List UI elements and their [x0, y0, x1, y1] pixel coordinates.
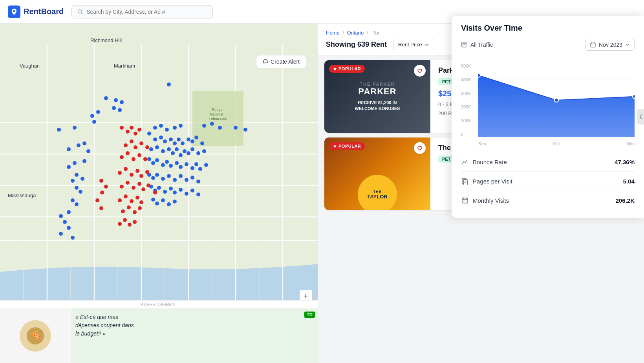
- logo-text: RentBoard: [24, 7, 64, 16]
- monthly-visits-label: Monthly Visits: [473, 197, 509, 204]
- stat-left-bounce: Bounce Rate: [461, 158, 507, 166]
- calendar-icon: [461, 196, 469, 204]
- analytics-controls: All Traffic Nov 2023: [461, 39, 635, 51]
- popular-badge-parker: POPULAR: [329, 65, 365, 73]
- breadcrumb-ontario[interactable]: Ontario: [347, 30, 364, 36]
- pages-per-visit-label: Pages per Visit: [473, 178, 512, 185]
- pages-per-visit-value: 5.04: [623, 178, 635, 185]
- ad-content: 🍕 « Est-ce que mesdépenses coupent dansl…: [0, 308, 318, 363]
- logo[interactable]: RentBoard: [8, 6, 64, 18]
- ad-label: ADVERTISEMENT: [0, 301, 318, 308]
- bell-icon: [263, 59, 268, 64]
- svg-point-43: [554, 98, 558, 102]
- stat-left-pages: Pages per Visit: [461, 177, 512, 185]
- parker-name: PARKER: [351, 86, 404, 96]
- svg-point-42: [478, 73, 480, 77]
- map-container[interactable]: Rouge National Urban Park Richmond Hill …: [0, 24, 318, 363]
- ad-text-right: « Est-ce que mesdépenses coupent dansle …: [71, 308, 318, 363]
- svg-point-53: [463, 201, 464, 202]
- stat-row-pages-per-visit: Pages per Visit 5.04: [461, 172, 635, 191]
- trend-icon: [461, 158, 469, 166]
- breadcrumb-separator-1: /: [342, 30, 345, 36]
- svg-marker-41: [478, 75, 635, 137]
- traffic-icon: [461, 42, 467, 48]
- traffic-selector[interactable]: All Traffic: [461, 42, 493, 48]
- x-axis-labels: Sep Oct Nov: [478, 141, 635, 146]
- breadcrumb-separator-2: /: [367, 30, 370, 36]
- analytics-title: Visits Over Time: [461, 24, 635, 33]
- monthly-visits-value: 206.2K: [616, 197, 635, 204]
- search-input[interactable]: [86, 9, 207, 15]
- breadcrumb-home[interactable]: Home: [326, 30, 340, 36]
- y-axis-labels: 500K 400K 300K 200K 100K 0: [461, 64, 471, 137]
- stat-row-bounce-rate: Bounce Rate 47.36%: [461, 152, 635, 172]
- rent-price-filter[interactable]: Rent Price: [393, 39, 434, 50]
- stat-row-monthly-visits: Monthly Visits 206.2K: [461, 191, 635, 210]
- analytics-header: Visits Over Time All Traffic Nov 2023: [452, 16, 644, 57]
- bounce-rate-label: Bounce Rate: [473, 159, 507, 165]
- chart-svg-wrapper: [478, 64, 635, 137]
- analytics-toggle-button[interactable]: [637, 109, 644, 125]
- analytics-chart: 500K 400K 300K 200K 100K 0: [452, 57, 644, 152]
- analytics-overlay: Visits Over Time All Traffic Nov 2023: [452, 16, 644, 218]
- x-label-nov: Nov: [627, 141, 635, 146]
- search-icon: [77, 9, 83, 15]
- favorite-button-parker[interactable]: [414, 65, 426, 77]
- advertisement-bar: ADVERTISEMENT 🍕 « Est-ce que mesdépenses…: [0, 300, 318, 363]
- chart-area: 500K 400K 300K 200K 100K 0: [461, 64, 635, 146]
- y-label-400k: 400K: [461, 77, 471, 82]
- search-bar[interactable]: [71, 5, 213, 18]
- x-label-sep: Sep: [478, 141, 486, 146]
- card-image-parker[interactable]: THE PARKER PARKER RECEIVE $1,200 IN WELC…: [324, 60, 430, 133]
- y-label-300k: 300K: [461, 91, 471, 96]
- analytics-stats: Bounce Rate 47.36% Pages per Visit 5.04: [452, 152, 644, 218]
- svg-rect-50: [462, 198, 468, 203]
- card-image-taylor[interactable]: THE TAYLOR POPULAR: [324, 138, 430, 210]
- svg-rect-33: [591, 43, 595, 47]
- taylor-logo-circle: THE TAYLOR: [358, 175, 397, 210]
- y-label-100k: 100K: [461, 118, 471, 123]
- svg-point-0: [13, 10, 15, 12]
- calendar-date-icon: [590, 42, 596, 48]
- logo-icon: [8, 6, 20, 18]
- svg-text:🍕: 🍕: [31, 330, 40, 340]
- svg-point-44: [633, 95, 635, 99]
- svg-point-54: [465, 201, 465, 202]
- map-background: Rouge National Urban Park Richmond Hill …: [0, 24, 318, 363]
- bounce-rate-value: 47.36%: [615, 159, 635, 165]
- date-selector[interactable]: Nov 2023: [585, 39, 635, 51]
- y-label-500k: 500K: [461, 64, 471, 68]
- date-label: Nov 2023: [599, 42, 622, 48]
- popular-badge-taylor: POPULAR: [329, 142, 365, 150]
- breadcrumb-toronto: Tor: [373, 30, 380, 36]
- svg-point-55: [466, 201, 467, 202]
- listing-count: Showing 639 Rent: [326, 40, 387, 49]
- parker-offer: RECEIVE $1,200 IN WELCOME BONUSES: [351, 99, 404, 112]
- chevron-down-icon: [424, 42, 429, 47]
- parker-brand: THE PARKER: [351, 81, 404, 86]
- y-label-0: 0: [461, 132, 471, 137]
- pages-icon: [461, 177, 469, 185]
- ad-image-left: 🍕: [0, 308, 71, 363]
- create-alert-button[interactable]: Create Alert: [256, 55, 306, 68]
- chevron-down-date-icon: [626, 43, 629, 47]
- y-label-200k: 200K: [461, 104, 471, 109]
- x-label-oct: Oct: [553, 141, 560, 146]
- stat-left-monthly: Monthly Visits: [461, 196, 509, 204]
- favorite-button-taylor[interactable]: [414, 142, 426, 154]
